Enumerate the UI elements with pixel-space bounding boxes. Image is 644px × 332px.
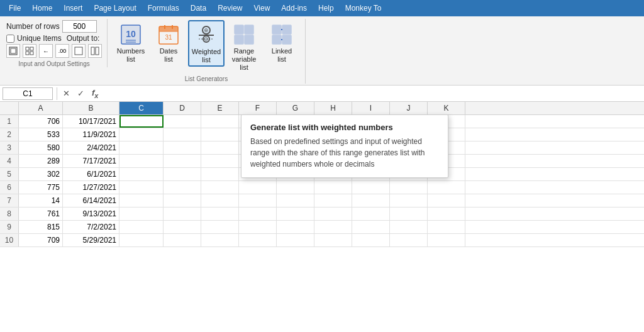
menu-help[interactable]: Help [313, 3, 339, 14]
format-btn-3[interactable]: ← [39, 44, 53, 58]
cell-d1[interactable] [164, 115, 201, 128]
weighted-list-button[interactable]: ⊕ ⊖ Weightedlist [188, 20, 225, 67]
cell-g10[interactable] [277, 234, 314, 246]
cell-a8[interactable]: 761 [19, 208, 63, 220]
cell-g8[interactable] [277, 208, 314, 220]
cancel-formula-icon[interactable]: ✕ [61, 88, 72, 99]
cell-d4[interactable] [164, 155, 201, 167]
cell-a1[interactable]: 706 [19, 115, 63, 128]
cell-f6[interactable] [239, 181, 277, 194]
numbers-list-button[interactable]: 10 Numberslist [113, 20, 149, 65]
cell-d6[interactable] [164, 181, 201, 194]
cell-a4[interactable]: 289 [19, 155, 63, 167]
cell-e4[interactable] [201, 155, 239, 167]
cell-k8[interactable] [428, 208, 465, 220]
col-header-f[interactable]: F [239, 102, 277, 114]
menu-monkey-to[interactable]: Monkey To [340, 3, 387, 14]
dates-list-button[interactable]: 31 Dateslist [150, 20, 187, 65]
cell-g6[interactable] [277, 181, 314, 194]
format-btn-2[interactable] [23, 44, 36, 58]
cell-h7[interactable] [314, 194, 352, 207]
cell-k10[interactable] [428, 234, 465, 246]
menu-add-ins[interactable]: Add-ins [276, 3, 312, 14]
cell-d2[interactable] [164, 128, 201, 141]
col-header-b[interactable]: B [63, 102, 119, 114]
cell-e7[interactable] [201, 194, 239, 207]
menu-file[interactable]: File [4, 3, 26, 14]
cell-b1[interactable]: 10/17/2021 [63, 115, 119, 128]
cell-i6[interactable] [352, 181, 390, 194]
cell-c5[interactable] [119, 168, 164, 180]
formula-input[interactable] [103, 87, 641, 100]
menu-data[interactable]: Data [186, 3, 211, 14]
cell-c1[interactable] [119, 115, 164, 128]
cell-b7[interactable]: 6/14/2021 [63, 194, 119, 207]
cell-a2[interactable]: 533 [19, 128, 63, 141]
cell-i8[interactable] [352, 208, 390, 220]
cell-b4[interactable]: 7/17/2021 [63, 155, 119, 167]
cell-j6[interactable] [390, 181, 428, 194]
insert-function-icon[interactable]: fx [90, 87, 100, 100]
col-header-h[interactable]: H [314, 102, 352, 114]
cell-i7[interactable] [352, 194, 390, 207]
cell-e2[interactable] [201, 128, 239, 141]
cell-b2[interactable]: 11/9/2021 [63, 128, 119, 141]
col-header-c[interactable]: C [119, 102, 164, 114]
cell-j9[interactable] [390, 221, 428, 233]
cell-e5[interactable] [201, 168, 239, 180]
col-header-d[interactable]: D [164, 102, 201, 114]
cell-a10[interactable]: 709 [19, 234, 63, 246]
cell-c9[interactable] [119, 221, 164, 233]
cell-b6[interactable]: 1/27/2021 [63, 181, 119, 194]
cell-d5[interactable] [164, 168, 201, 180]
cell-e10[interactable] [201, 234, 239, 246]
range-variable-list-button[interactable]: Range va­riable list [226, 20, 262, 74]
menu-view[interactable]: View [249, 3, 275, 14]
cell-a7[interactable]: 14 [19, 194, 63, 207]
linked-list-button[interactable]: Linkedlist [264, 20, 300, 65]
cell-e1[interactable] [201, 115, 239, 128]
name-box[interactable] [3, 87, 53, 100]
col-header-j[interactable]: J [390, 102, 428, 114]
menu-insert[interactable]: Insert [58, 3, 87, 14]
cell-k7[interactable] [428, 194, 465, 207]
menu-formulas[interactable]: Formulas [143, 3, 184, 14]
col-header-g[interactable]: G [277, 102, 314, 114]
cell-c6[interactable] [119, 181, 164, 194]
cell-e8[interactable] [201, 208, 239, 220]
cell-k6[interactable] [428, 181, 465, 194]
cell-h10[interactable] [314, 234, 352, 246]
cell-k9[interactable] [428, 221, 465, 233]
col-header-a[interactable]: A [19, 102, 63, 114]
col-header-k[interactable]: K [428, 102, 465, 114]
cell-d10[interactable] [164, 234, 201, 246]
cell-g7[interactable] [277, 194, 314, 207]
menu-review[interactable]: Review [213, 3, 247, 14]
menu-home[interactable]: Home [27, 3, 57, 14]
cell-b8[interactable]: 9/13/2021 [63, 208, 119, 220]
cell-f9[interactable] [239, 221, 277, 233]
cell-c2[interactable] [119, 128, 164, 141]
cell-j7[interactable] [390, 194, 428, 207]
cell-j8[interactable] [390, 208, 428, 220]
cell-j10[interactable] [390, 234, 428, 246]
cell-h6[interactable] [314, 181, 352, 194]
cell-c10[interactable] [119, 234, 164, 246]
cell-d9[interactable] [164, 221, 201, 233]
cell-b3[interactable]: 2/4/2021 [63, 141, 119, 154]
col-header-i[interactable]: I [352, 102, 390, 114]
format-btn-4[interactable]: .00 [55, 44, 69, 58]
cell-f7[interactable] [239, 194, 277, 207]
cell-h8[interactable] [314, 208, 352, 220]
cell-h9[interactable] [314, 221, 352, 233]
cell-g9[interactable] [277, 221, 314, 233]
cell-a5[interactable]: 302 [19, 168, 63, 180]
cell-c3[interactable] [119, 141, 164, 154]
cell-f8[interactable] [239, 208, 277, 220]
unique-items-checkbox[interactable] [6, 35, 14, 43]
cell-b5[interactable]: 6/1/2021 [63, 168, 119, 180]
cell-e9[interactable] [201, 221, 239, 233]
cell-d3[interactable] [164, 141, 201, 154]
cell-a9[interactable]: 815 [19, 221, 63, 233]
cell-i10[interactable] [352, 234, 390, 246]
